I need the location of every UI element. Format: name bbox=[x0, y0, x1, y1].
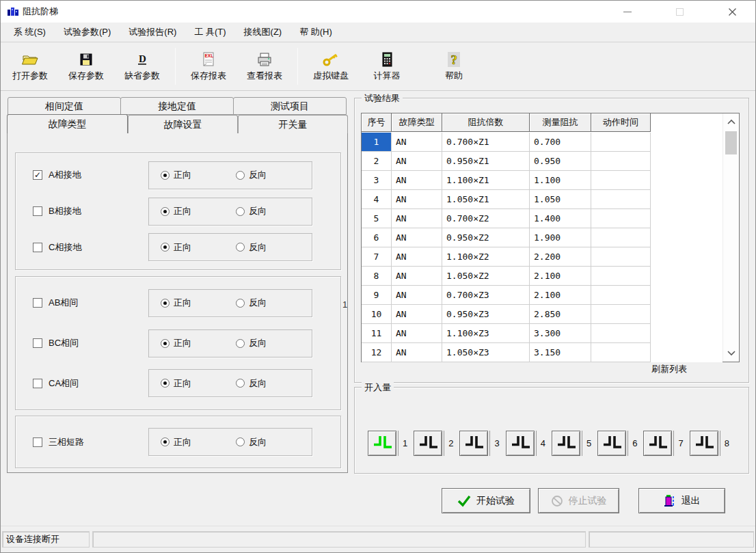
column-header-3[interactable]: 测量阻抗 bbox=[530, 113, 591, 132]
refresh-list-link[interactable]: 刷新列表 bbox=[651, 363, 687, 375]
radio-c-ground-reverse[interactable]: 反向 bbox=[236, 241, 311, 254]
input-channel-button-1[interactable] bbox=[368, 431, 396, 456]
radio-ab-phase-reverse[interactable]: 反向 bbox=[236, 297, 311, 309]
checkbox-c-ground[interactable] bbox=[33, 243, 42, 252]
tab-phase-setting[interactable]: 相间定值 bbox=[8, 97, 121, 115]
column-header-4[interactable]: 动作时间 bbox=[591, 113, 651, 132]
table-row[interactable]: 1AN0.700×Z10.700 bbox=[362, 133, 739, 152]
toolbar-button-calculator[interactable]: 计算器 bbox=[359, 46, 415, 87]
table-row[interactable]: 9AN0.700×Z32.100 bbox=[362, 286, 739, 305]
toolbar-button-view-report[interactable]: 查看报表 bbox=[237, 46, 293, 87]
menu-item-help[interactable]: 帮 助(H) bbox=[291, 23, 341, 42]
cell bbox=[591, 286, 651, 305]
radio-icon bbox=[236, 243, 245, 252]
radio-a-ground-forward[interactable]: 正向 bbox=[161, 169, 236, 181]
column-header-0[interactable]: 序号 bbox=[362, 113, 392, 132]
tab-ground-setting[interactable]: 接地定值 bbox=[120, 97, 234, 115]
radio-ca-phase-reverse[interactable]: 反向 bbox=[236, 377, 311, 390]
menu-item-wiring[interactable]: 接线图(Z) bbox=[235, 23, 291, 42]
input-channel-button-6[interactable] bbox=[597, 431, 626, 456]
cell: 12 bbox=[362, 343, 392, 362]
table-row[interactable]: 6AN0.950×Z21.900 bbox=[362, 228, 739, 247]
radio-ab-phase-forward[interactable]: 正向 bbox=[161, 297, 236, 309]
direction-frame-c-ground: 正向反向 bbox=[148, 233, 312, 261]
input-channel-button-2[interactable] bbox=[414, 431, 442, 456]
radio-three-phase-reverse[interactable]: 反向 bbox=[236, 436, 311, 448]
radio-bc-phase-forward[interactable]: 正向 bbox=[161, 337, 236, 349]
radio-b-ground-forward[interactable]: 正向 bbox=[161, 205, 236, 217]
column-header-2[interactable]: 阻抗倍数 bbox=[442, 113, 530, 132]
exit-button[interactable]: 退出 bbox=[638, 488, 725, 513]
scrollbar-thumb[interactable] bbox=[725, 131, 737, 154]
vertical-scrollbar[interactable] bbox=[723, 113, 739, 362]
input-channel-button-3[interactable] bbox=[459, 431, 488, 456]
tab-test-items[interactable]: 测试项目 bbox=[233, 97, 347, 115]
toolbar-button-save-params[interactable]: 保存参数 bbox=[58, 46, 114, 87]
checkbox-ab-phase[interactable] bbox=[33, 298, 42, 308]
cell: 7 bbox=[362, 247, 392, 267]
radio-b-ground-reverse[interactable]: 反向 bbox=[236, 205, 311, 217]
minimize-button[interactable] bbox=[612, 1, 643, 23]
toolbar-button-default-params[interactable]: D缺省参数 bbox=[114, 46, 170, 87]
toolbar: 打开参数保存参数D缺省参数EXL保存报表查看报表虚拟键盘计算器?帮助 bbox=[1, 42, 755, 91]
checkbox-b-ground[interactable] bbox=[33, 206, 42, 216]
maximize-button[interactable] bbox=[664, 1, 695, 23]
table-row[interactable]: 10AN0.950×Z32.850 bbox=[362, 305, 739, 324]
table-row[interactable]: 2AN0.950×Z10.950 bbox=[362, 152, 739, 171]
checkbox-a-ground[interactable] bbox=[33, 170, 42, 180]
scroll-down-icon[interactable] bbox=[727, 351, 735, 356]
input-channel-button-4[interactable] bbox=[506, 431, 535, 456]
radio-c-ground-forward[interactable]: 正向 bbox=[161, 241, 236, 254]
radio-three-phase-forward[interactable]: 正向 bbox=[161, 436, 236, 448]
row-filler bbox=[651, 343, 723, 362]
table-row[interactable]: 7AN1.100×Z22.200 bbox=[362, 247, 739, 267]
cell: AN bbox=[392, 133, 442, 152]
cell: 1.900 bbox=[530, 228, 591, 247]
input-channel-button-5[interactable] bbox=[552, 431, 580, 456]
radio-icon bbox=[236, 437, 245, 446]
radio-icon bbox=[161, 379, 170, 388]
toolbar-button-help[interactable]: ?帮助 bbox=[426, 46, 482, 87]
tab-fault-config[interactable]: 故障设置 bbox=[128, 115, 238, 133]
stop-test-button[interactable]: 停止试验 bbox=[538, 488, 619, 513]
radio-ca-phase-forward[interactable]: 正向 bbox=[161, 377, 236, 390]
table-row[interactable]: 3AN1.100×Z11.100 bbox=[362, 171, 739, 190]
input-channel-button-8[interactable] bbox=[690, 431, 718, 456]
close-button[interactable] bbox=[716, 1, 748, 23]
radio-bc-phase-reverse[interactable]: 反向 bbox=[236, 337, 311, 349]
channel-divider bbox=[398, 431, 399, 456]
toolbar-button-open-params[interactable]: 打开参数 bbox=[2, 46, 58, 87]
cell: AN bbox=[392, 171, 442, 190]
results-table: 序号故障类型阻抗倍数测量阻抗动作时间1AN0.700×Z10.7002AN0.9… bbox=[361, 113, 740, 362]
menu-item-report[interactable]: 试验报告(R) bbox=[120, 23, 185, 42]
status-device-panel: 设备连接断开 bbox=[2, 531, 90, 548]
table-row[interactable]: 4AN1.050×Z11.050 bbox=[362, 190, 739, 209]
input-channel-button-7[interactable] bbox=[643, 431, 672, 456]
column-header-1[interactable]: 故障类型 bbox=[392, 113, 442, 132]
checkbox-ca-phase[interactable] bbox=[33, 379, 42, 388]
fault-row-bc-phase: BC相间正向反向 bbox=[33, 329, 340, 358]
scroll-up-icon[interactable] bbox=[727, 119, 735, 124]
menu-item-params[interactable]: 试验参数(P) bbox=[55, 23, 120, 42]
row-filler bbox=[651, 267, 723, 286]
start-test-button[interactable]: 开始试验 bbox=[442, 488, 530, 513]
radio-a-ground-reverse[interactable]: 反向 bbox=[236, 169, 311, 181]
excel-report-icon: EXL bbox=[201, 51, 216, 68]
channel-number: 4 bbox=[541, 438, 545, 448]
radio-icon bbox=[161, 339, 170, 348]
toolbar-button-virtual-keyboard[interactable]: 虚拟键盘 bbox=[303, 46, 359, 87]
menu-item-system[interactable]: 系 统(S) bbox=[5, 23, 55, 42]
tab-switch-qty[interactable]: 开关量 bbox=[238, 115, 348, 133]
checkbox-label-b-ground: B相接地 bbox=[49, 205, 148, 217]
channel-divider bbox=[582, 431, 582, 456]
checkbox-bc-phase[interactable] bbox=[33, 338, 42, 348]
toolbar-button-save-report[interactable]: EXL保存报表 bbox=[180, 46, 237, 87]
checkbox-three-phase[interactable] bbox=[33, 437, 42, 447]
tab-fault-type[interactable]: 故障类型 bbox=[7, 114, 128, 133]
table-row[interactable]: 11AN1.100×Z33.300 bbox=[362, 324, 739, 343]
table-row[interactable]: 8AN1.050×Z22.100 bbox=[362, 267, 739, 286]
menu-item-tools[interactable]: 工 具(T) bbox=[185, 23, 234, 42]
table-row[interactable]: 12AN1.050×Z33.150 bbox=[362, 343, 739, 362]
cell: AN bbox=[392, 324, 442, 343]
table-row[interactable]: 5AN0.700×Z21.400 bbox=[362, 209, 739, 228]
